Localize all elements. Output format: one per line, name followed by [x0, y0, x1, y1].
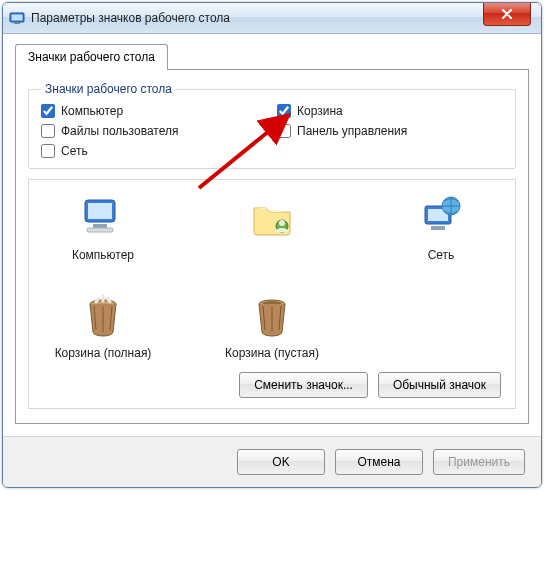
checkbox-control-panel-input[interactable]	[277, 124, 291, 138]
change-icon-button[interactable]: Сменить значок...	[239, 372, 368, 398]
icon-grid: Компьютер Сеть	[43, 194, 501, 360]
checkbox-network-input[interactable]	[41, 144, 55, 158]
svg-rect-12	[431, 226, 445, 230]
icon-label: Корзина (полная)	[55, 346, 152, 360]
checkbox-user-files-input[interactable]	[41, 124, 55, 138]
checkbox-control-panel[interactable]: Панель управления	[277, 124, 503, 138]
svg-rect-5	[88, 203, 112, 219]
tab-panel: Значки рабочего стола Компьютер Корзина …	[15, 69, 529, 424]
checkbox-label: Сеть	[61, 144, 88, 158]
svg-rect-6	[93, 224, 107, 228]
folder-user-icon	[248, 194, 296, 242]
computer-icon	[79, 194, 127, 242]
checkbox-network[interactable]: Сеть	[41, 144, 267, 158]
checkbox-label: Файлы пользователя	[61, 124, 178, 138]
svg-point-9	[279, 220, 285, 226]
titlebar: Параметры значков рабочего стола	[3, 3, 541, 34]
icon-label: Корзина (пустая)	[225, 346, 319, 360]
group-desktop-icons: Значки рабочего стола Компьютер Корзина …	[28, 82, 516, 169]
checkbox-computer[interactable]: Компьютер	[41, 104, 267, 118]
checkbox-grid: Компьютер Корзина Файлы пользователя Пан…	[41, 104, 503, 158]
window-title: Параметры значков рабочего стола	[31, 11, 541, 25]
checkbox-recycle-bin[interactable]: Корзина	[277, 104, 503, 118]
client-area: Значки рабочего стола Значки рабочего ст…	[3, 34, 541, 436]
icon-item-network[interactable]: Сеть	[381, 194, 501, 262]
dialog-footer: OK Отмена Применить	[3, 436, 541, 487]
dialog-window: Параметры значков рабочего стола Значки …	[2, 2, 542, 488]
checkbox-label: Панель управления	[297, 124, 407, 138]
recycle-full-icon	[79, 292, 127, 340]
checkbox-recycle-bin-input[interactable]	[277, 104, 291, 118]
app-icon	[9, 10, 25, 26]
apply-button[interactable]: Применить	[433, 449, 525, 475]
icon-buttons-row: Сменить значок... Обычный значок	[43, 372, 501, 398]
icon-item-users-folder[interactable]	[212, 194, 332, 262]
default-icon-button[interactable]: Обычный значок	[378, 372, 501, 398]
close-button[interactable]	[483, 3, 531, 26]
svg-rect-2	[14, 22, 20, 24]
icon-item-recycle-empty[interactable]: Корзина (пустая)	[212, 292, 332, 360]
icon-label	[270, 248, 273, 262]
tabstrip: Значки рабочего стола	[15, 44, 529, 69]
checkbox-computer-input[interactable]	[41, 104, 55, 118]
icon-label: Сеть	[428, 248, 455, 262]
checkbox-label: Компьютер	[61, 104, 123, 118]
checkbox-label: Корзина	[297, 104, 343, 118]
svg-rect-1	[12, 15, 23, 21]
checkbox-user-files[interactable]: Файлы пользователя	[41, 124, 267, 138]
svg-rect-7	[87, 228, 113, 232]
icon-item-recycle-full[interactable]: Корзина (полная)	[43, 292, 163, 360]
ok-button[interactable]: OK	[237, 449, 325, 475]
icon-label: Компьютер	[72, 248, 134, 262]
icon-preview-box: Компьютер Сеть	[28, 179, 516, 409]
icon-item-computer[interactable]: Компьютер	[43, 194, 163, 262]
network-icon	[417, 194, 465, 242]
cancel-button[interactable]: Отмена	[335, 449, 423, 475]
recycle-empty-icon	[248, 292, 296, 340]
tab-desktop-icons[interactable]: Значки рабочего стола	[15, 44, 168, 70]
group-legend: Значки рабочего стола	[41, 82, 176, 96]
